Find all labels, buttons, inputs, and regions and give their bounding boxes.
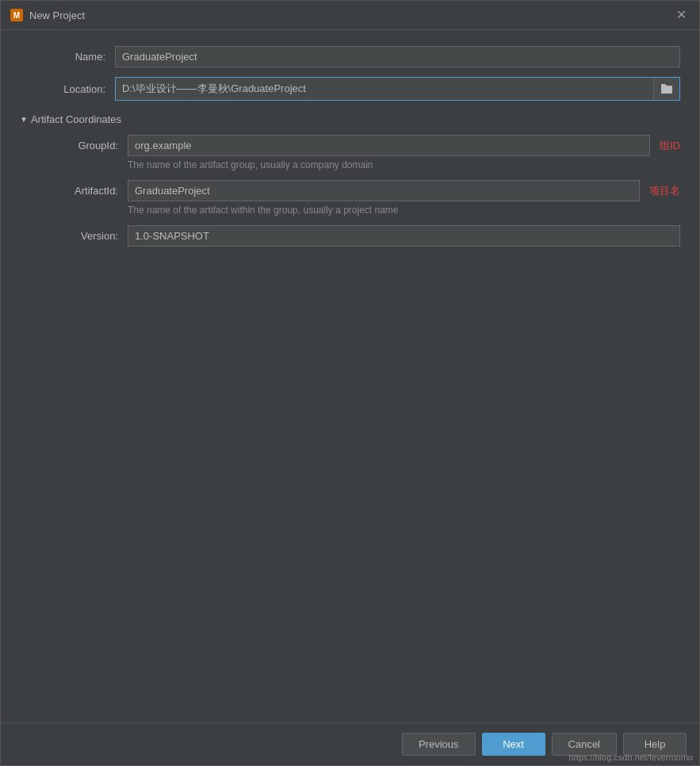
title-bar-left: M New Project [10,9,85,21]
groupid-annotation: 组ID [660,139,680,153]
location-input[interactable] [116,79,653,99]
watermark: https://blog.csdn.net/fevermomo [568,753,693,762]
name-label: Name: [20,51,115,63]
location-input-wrapper [115,77,680,101]
artifactid-label: ArtifactId: [33,185,128,197]
new-project-dialog: M New Project ✕ Name: Location: [0,0,700,766]
app-icon: M [10,9,23,21]
section-title: Artifact Coordinates [31,113,121,125]
groupid-label: GroupId: [33,140,128,151]
section-header[interactable]: ▼ Artifact Coordinates [20,113,680,125]
content-area: Name: Location: ▼ Artifact Coordinates [1,30,699,722]
collapse-arrow-icon: ▼ [20,115,28,124]
dialog-title: New Project [29,10,85,21]
location-label: Location: [20,83,115,95]
groupid-row: GroupId: 组ID [33,135,680,156]
artifactid-row: ArtifactId: 项目名 [33,180,680,201]
close-button[interactable]: ✕ [673,7,690,23]
artifactid-input[interactable] [128,180,640,201]
browse-folder-button[interactable] [653,78,679,100]
name-row: Name: [20,46,680,67]
version-input[interactable] [128,225,680,247]
version-label: Version: [33,230,128,242]
groupid-input[interactable] [128,135,650,156]
previous-button[interactable]: Previous [402,733,476,756]
next-button[interactable]: Next [482,733,545,756]
name-input[interactable] [115,46,680,67]
location-row: Location: [20,77,680,101]
groupid-hint: The name of the artifact group, usually … [128,159,680,170]
title-bar: M New Project ✕ [1,1,699,30]
artifact-coordinates-section: ▼ Artifact Coordinates GroupId: 组ID The … [20,113,680,247]
section-content: GroupId: 组ID The name of the artifact gr… [20,135,680,247]
artifactid-annotation: 项目名 [649,184,680,198]
version-row: Version: [33,225,680,247]
artifactid-hint: The name of the artifact within the grou… [128,205,680,216]
folder-icon [660,82,673,95]
